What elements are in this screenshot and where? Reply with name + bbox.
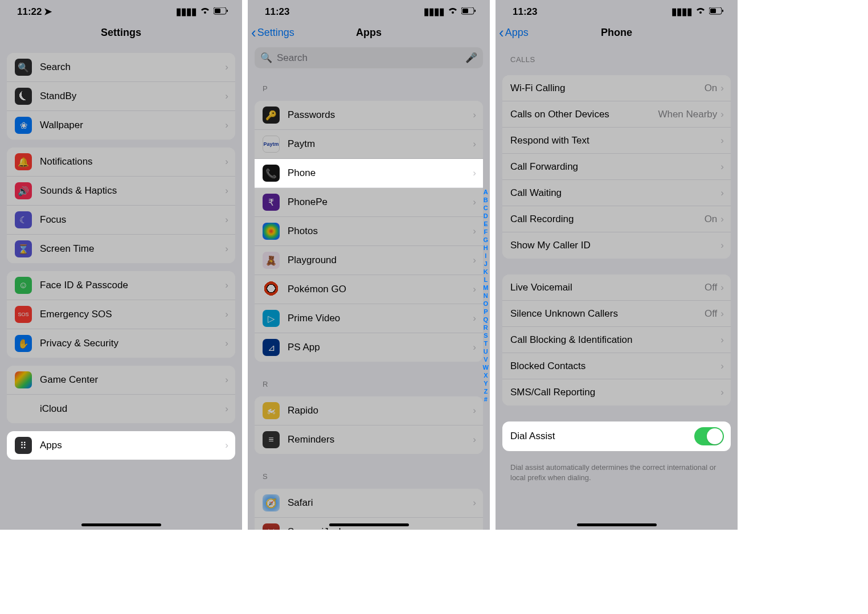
home-indicator[interactable]: [577, 523, 657, 526]
settings-row-privacy-security[interactable]: ✋Privacy & Security›: [7, 329, 235, 358]
app-icon: ₹: [263, 194, 280, 211]
index-letter[interactable]: U: [483, 347, 489, 355]
app-row-reminders[interactable]: ≡Reminders›: [255, 425, 483, 454]
app-row-phone[interactable]: 📞Phone›: [255, 159, 483, 188]
app-icon: [263, 281, 280, 298]
index-letter[interactable]: Z: [483, 387, 489, 395]
index-letter[interactable]: C: [483, 204, 489, 212]
app-row-prime-video[interactable]: ▷Prime Video›: [255, 304, 483, 333]
phone-row-call-waiting[interactable]: Call Waiting›: [502, 180, 731, 206]
index-letter[interactable]: I: [483, 252, 489, 260]
app-label: Prime Video: [288, 313, 473, 324]
app-row-photos[interactable]: Photos›: [255, 217, 483, 246]
index-letter[interactable]: M: [483, 284, 489, 292]
settings-row-game-center[interactable]: Game Center›: [7, 366, 235, 395]
search-placeholder: Search: [277, 52, 308, 64]
settings-row-icloud[interactable]: ☁iCloud›: [7, 395, 235, 423]
index-letter[interactable]: J: [483, 260, 489, 268]
app-row-phonepe[interactable]: ₹PhonePe›: [255, 188, 483, 217]
chevron-right-icon: ›: [225, 91, 228, 102]
row-value: On: [705, 83, 718, 94]
phone-row-calls-on-other-devices[interactable]: Calls on Other DevicesWhen Nearby›: [502, 101, 731, 128]
app-row-passwords[interactable]: 🔑Passwords›: [255, 101, 483, 130]
phone-row-live-voicemail[interactable]: Live VoicemailOff›: [502, 275, 731, 301]
home-indicator[interactable]: [329, 523, 409, 526]
index-letter[interactable]: Q: [483, 316, 489, 324]
app-icon: ▷: [263, 310, 280, 327]
index-letter[interactable]: F: [483, 228, 489, 236]
settings-row-wallpaper[interactable]: ❀Wallpaper›: [7, 111, 235, 140]
row-label: SMS/Call Reporting: [510, 387, 720, 398]
app-row-pok-mon-go[interactable]: Pokémon GO›: [255, 275, 483, 304]
chevron-right-icon: ›: [720, 214, 724, 225]
dial-assist-label: Dial Assist: [510, 431, 694, 442]
phone-row-sms-call-reporting[interactable]: SMS/Call Reporting›: [502, 379, 731, 406]
settings-row-emergency-sos[interactable]: SOSEmergency SOS›: [7, 300, 235, 329]
back-button[interactable]: ‹ Settings: [251, 25, 294, 40]
index-letter[interactable]: X: [483, 371, 489, 379]
index-letter[interactable]: T: [483, 339, 489, 347]
mic-icon[interactable]: 🎤: [465, 52, 477, 64]
phone-row-wi-fi-calling[interactable]: Wi-Fi CallingOn›: [502, 75, 731, 101]
battery-icon: [214, 6, 228, 18]
index-letter[interactable]: H: [483, 244, 489, 252]
phone-row-call-forwarding[interactable]: Call Forwarding›: [502, 154, 731, 180]
status-time: 11:23: [265, 6, 289, 18]
phone-row-silence-unknown-callers[interactable]: Silence Unknown CallersOff›: [502, 301, 731, 327]
index-letter[interactable]: D: [483, 212, 489, 220]
cellular-icon: ▮▮▮▮: [424, 6, 444, 18]
app-row-rapido[interactable]: 🏍Rapido›: [255, 396, 483, 425]
index-letter[interactable]: L: [483, 276, 489, 284]
phone-row-respond-with-text[interactable]: Respond with Text›: [502, 128, 731, 154]
settings-row-sounds-haptics[interactable]: 🔊Sounds & Haptics›: [7, 177, 235, 206]
index-rail[interactable]: ABCDEFGHIJKLMNOPQRSTUVWXYZ#: [483, 188, 489, 403]
battery-icon: [461, 6, 476, 18]
index-letter[interactable]: R: [483, 324, 489, 331]
chevron-right-icon: ›: [720, 387, 724, 398]
app-label: PhonePe: [288, 197, 473, 208]
status-time: 11:23: [513, 6, 537, 18]
row-icon: ☁: [15, 400, 32, 417]
settings-row-apps[interactable]: ⠿Apps›: [7, 431, 235, 460]
index-letter[interactable]: K: [483, 268, 489, 276]
app-row-ps-app[interactable]: ⊿PS App›: [255, 333, 483, 362]
back-button[interactable]: ‹ Apps: [499, 25, 529, 40]
index-letter[interactable]: E: [483, 220, 489, 228]
index-letter[interactable]: V: [483, 355, 489, 363]
phone-row-show-my-caller-id[interactable]: Show My Caller ID›: [502, 232, 731, 259]
phone-row-call-recording[interactable]: Call RecordingOn›: [502, 206, 731, 232]
settings-row-face-id-passcode[interactable]: ☺Face ID & Passcode›: [7, 271, 235, 300]
chevron-right-icon: ›: [225, 156, 228, 167]
app-row-playground[interactable]: 🧸Playground›: [255, 246, 483, 275]
chevron-right-icon: ›: [473, 526, 476, 530]
chevron-right-icon: ›: [473, 342, 476, 353]
phone-row-call-blocking-identification[interactable]: Call Blocking & Identification›: [502, 327, 731, 353]
phone-row-blocked-contacts[interactable]: Blocked Contacts›: [502, 353, 731, 379]
index-letter[interactable]: S: [483, 331, 489, 339]
chevron-right-icon: ›: [720, 83, 724, 94]
settings-row-notifications[interactable]: 🔔Notifications›: [7, 148, 235, 177]
home-indicator[interactable]: [81, 523, 161, 526]
app-label: Photos: [288, 226, 473, 237]
app-row-safari[interactable]: 🧭Safari›: [255, 489, 483, 518]
app-label: Reminders: [288, 434, 473, 445]
dial-assist-row[interactable]: Dial Assist: [502, 421, 731, 451]
settings-row-screen-time[interactable]: ⌛Screen Time›: [7, 235, 235, 263]
settings-row-standby[interactable]: ⏾StandBy›: [7, 82, 235, 111]
index-letter[interactable]: P: [483, 308, 489, 316]
index-letter[interactable]: #: [483, 395, 489, 403]
index-letter[interactable]: W: [483, 363, 489, 371]
index-letter[interactable]: O: [483, 300, 489, 308]
index-letter[interactable]: A: [483, 188, 489, 196]
dial-assist-toggle[interactable]: [694, 427, 724, 445]
settings-row-focus[interactable]: ☾Focus›: [7, 206, 235, 235]
index-letter[interactable]: G: [483, 236, 489, 244]
dial-assist-group: Dial Assist: [502, 421, 731, 451]
index-letter[interactable]: N: [483, 292, 489, 300]
app-row-paytm[interactable]: PaytmPaytm›: [255, 130, 483, 159]
index-letter[interactable]: B: [483, 196, 489, 204]
index-letter[interactable]: Y: [483, 379, 489, 387]
nav-header: Settings: [0, 20, 242, 45]
search-input[interactable]: 🔍 Search 🎤: [255, 47, 483, 68]
settings-row-search[interactable]: 🔍Search›: [7, 53, 235, 82]
